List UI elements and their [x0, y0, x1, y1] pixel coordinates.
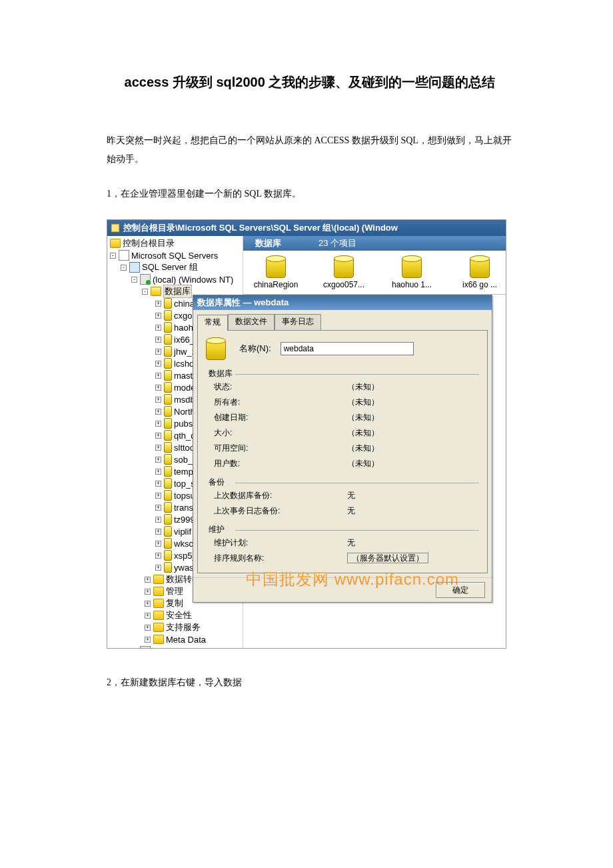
- expand-icon[interactable]: +: [145, 577, 151, 583]
- doc-step-1: 1，在企业管理器里创建一个新的 SQL 数据库。: [107, 185, 513, 203]
- tree-folder-item[interactable]: +支持服务: [107, 621, 243, 633]
- expand-icon[interactable]: +: [155, 481, 161, 487]
- expand-icon[interactable]: +: [155, 421, 161, 427]
- tree-root[interactable]: 控制台根目录: [107, 237, 243, 249]
- tree-folder-item[interactable]: +安全性: [107, 609, 243, 621]
- expand-icon[interactable]: +: [155, 301, 161, 307]
- expand-icon[interactable]: +: [155, 397, 161, 403]
- property-row: 大小:（未知）: [206, 425, 479, 441]
- expand-icon[interactable]: +: [145, 613, 151, 619]
- expand-icon[interactable]: +: [155, 409, 161, 415]
- tree-group[interactable]: -SQL Server 组: [107, 261, 243, 273]
- expand-icon[interactable]: +: [155, 565, 161, 571]
- expand-icon[interactable]: +: [155, 457, 161, 463]
- collapse-icon[interactable]: -: [121, 265, 127, 271]
- expand-icon[interactable]: +: [155, 517, 161, 523]
- tab-general[interactable]: 常规: [197, 315, 228, 331]
- tree-local[interactable]: -(local) (Windows NT): [107, 273, 243, 285]
- expand-icon[interactable]: +: [155, 469, 161, 475]
- app-icon: [110, 223, 121, 233]
- server-icon: [140, 646, 151, 648]
- database-name-input[interactable]: [281, 342, 414, 355]
- database-icon: [164, 502, 172, 513]
- property-row: 上次数据库备份:无: [206, 488, 479, 503]
- expand-icon[interactable]: +: [155, 433, 161, 439]
- right-header-count: 23 个项目: [318, 237, 356, 249]
- database-icon: [164, 310, 172, 321]
- servers-icon: [119, 250, 129, 261]
- group-maintenance: 维护: [206, 525, 227, 534]
- database-large-icon[interactable]: haohuo 1...: [386, 255, 438, 289]
- database-large-icon[interactable]: cxgoo057...: [318, 255, 370, 289]
- tree-remote-server[interactable]: +114.80.138.1: [107, 645, 243, 648]
- dialog-titlebar[interactable]: 数据库属性 — webdata: [193, 295, 492, 310]
- database-icon: [164, 514, 172, 525]
- property-row: 状态:（未知）: [206, 379, 479, 395]
- folder-icon: [153, 575, 164, 584]
- expand-icon[interactable]: +: [145, 637, 151, 643]
- svg-rect-0: [111, 224, 119, 232]
- tab-transaction-log[interactable]: 事务日志: [275, 314, 321, 330]
- expand-icon[interactable]: +: [155, 325, 161, 331]
- database-icon: [164, 562, 172, 573]
- collapse-icon[interactable]: -: [110, 253, 116, 259]
- group-backup: 备份: [206, 477, 227, 487]
- expand-icon[interactable]: +: [155, 361, 161, 367]
- cylinder-icon: [334, 255, 354, 278]
- database-large-icon[interactable]: chinaRegion: [250, 255, 302, 289]
- server-icon: [140, 274, 151, 285]
- expand-icon[interactable]: +: [155, 553, 161, 559]
- expand-icon[interactable]: +: [155, 313, 161, 319]
- tab-data-files[interactable]: 数据文件: [228, 314, 275, 330]
- cylinder-icon: [266, 255, 286, 278]
- window-titlebar[interactable]: 控制台根目录\Microsoft SQL Servers\SQL Server …: [107, 220, 506, 236]
- tree-folder-item[interactable]: +Meta Data: [107, 633, 243, 645]
- collapse-icon[interactable]: -: [131, 277, 137, 283]
- database-icon: [164, 394, 172, 405]
- database-properties-dialog: 数据库属性 — webdata 常规 数据文件 事务日志 名称(N): 数据库: [193, 295, 492, 603]
- tree-msss[interactable]: -Microsoft SQL Servers: [107, 249, 243, 261]
- database-icon: [164, 454, 172, 465]
- database-icon: [164, 370, 172, 381]
- expand-icon[interactable]: +: [155, 385, 161, 391]
- collapse-icon[interactable]: -: [142, 289, 148, 295]
- expand-icon[interactable]: +: [155, 445, 161, 451]
- right-pane: 数据库 23 个项目 chinaRegioncxgoo057...haohuo …: [243, 236, 506, 648]
- right-header-title: 数据库: [255, 237, 281, 249]
- cylinder-icon: [470, 255, 490, 278]
- dialog-tabs: 常规 数据文件 事务日志: [193, 310, 492, 330]
- database-icon: [164, 334, 172, 345]
- expand-icon[interactable]: +: [155, 493, 161, 499]
- expand-icon[interactable]: +: [155, 337, 161, 343]
- folder-icon: [153, 599, 164, 608]
- cylinder-icon: [402, 255, 422, 278]
- folder-icon: [153, 635, 164, 644]
- database-icon: [164, 346, 172, 357]
- expand-icon[interactable]: +: [145, 589, 151, 595]
- name-label: 名称(N):: [239, 343, 271, 355]
- database-icon: [164, 490, 172, 501]
- expand-icon[interactable]: +: [155, 373, 161, 379]
- property-row: 用户数:（未知）: [206, 456, 479, 471]
- expand-icon[interactable]: +: [155, 505, 161, 511]
- expand-icon[interactable]: +: [145, 601, 151, 607]
- group-database: 数据库: [206, 369, 235, 378]
- database-icon: [164, 322, 172, 333]
- database-icon: [164, 418, 172, 429]
- expand-icon[interactable]: +: [145, 625, 151, 631]
- folder-icon: [153, 611, 164, 620]
- folder-open-icon: [151, 287, 161, 296]
- database-large-icon[interactable]: ix66 go ...: [454, 255, 506, 289]
- expand-icon[interactable]: +: [155, 349, 161, 355]
- expand-icon[interactable]: +: [155, 529, 161, 535]
- database-icon: [164, 478, 172, 489]
- database-icon-list: chinaRegioncxgoo057...haohuo 1...ix66 go…: [243, 251, 506, 295]
- watermark-text: 中国批发网 www.pifacn.com: [246, 569, 459, 590]
- property-row: 可用空间:（未知）: [206, 441, 479, 456]
- expand-icon[interactable]: +: [155, 541, 161, 547]
- sql-enterprise-manager-window: 控制台根目录\Microsoft SQL Servers\SQL Server …: [107, 219, 506, 649]
- property-row: 所有者:（未知）: [206, 395, 479, 410]
- database-icon: [164, 406, 172, 417]
- folder-icon: [110, 239, 121, 248]
- database-icon: [164, 358, 172, 369]
